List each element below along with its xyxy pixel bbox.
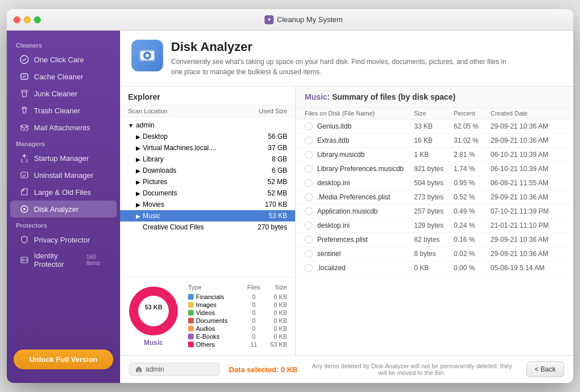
- minimize-button[interactable]: [24, 16, 31, 23]
- sidebar-item-trash-cleaner[interactable]: Trash Cleaner: [10, 102, 117, 119]
- file-size: 1 KB: [414, 151, 454, 159]
- one-click-label: One Click Care: [34, 56, 84, 64]
- privacy-protector-label: Privacy Protector: [34, 236, 90, 244]
- disk-icon: [19, 204, 29, 214]
- tree-documents-label: Documents: [143, 189, 248, 197]
- data-selected-value: 0 KB: [281, 365, 298, 374]
- file-circle: [305, 179, 313, 187]
- tree-item-documents[interactable]: ▶ Documents 52 MB: [120, 188, 295, 199]
- sidebar-item-junk-cleaner[interactable]: Junk Cleaner: [10, 85, 117, 102]
- root-arrow: ▼: [128, 122, 134, 129]
- sidebar-item-cache-cleaner[interactable]: Cache Cleaner: [10, 68, 117, 85]
- legend-row-videos: Videos 0 0 KB: [188, 309, 287, 317]
- tree-item-desktop[interactable]: ▶ Desktop 56 GB: [120, 131, 295, 142]
- details-row[interactable]: sentinel 8 bytes 0.02 % 29-09-21 10:36 A…: [296, 247, 573, 261]
- sidebar-item-mail-attachments[interactable]: Mail Attachments: [10, 119, 117, 136]
- file-name: .Media Preferences.plist: [317, 193, 414, 201]
- file-percent: 2.81 %: [454, 151, 491, 159]
- col-percent: Percent: [454, 110, 491, 117]
- legend-files-header: Files: [245, 284, 262, 291]
- file-percent: 0.52 %: [454, 193, 491, 201]
- tree-item-creative-cloud[interactable]: ▶ Creative Cloud Files 270 bytes: [120, 221, 295, 233]
- explorer-tree: ▼ admin ▶ Desktop 56 GB ▶ Virtual Machin…: [120, 117, 295, 276]
- file-size: 82 bytes: [414, 236, 454, 244]
- details-row[interactable]: Genius.itdb 33 KB 62.05 % 29-09-21 10:36…: [296, 120, 573, 134]
- documents-color: [188, 318, 194, 323]
- sidebar: Cleaners One Click Care Cache Cleaner Ju…: [7, 31, 120, 383]
- details-row[interactable]: Extras.itdb 16 KB 31.02 % 29-09-21 10:36…: [296, 134, 573, 148]
- svg-point-8: [23, 208, 25, 210]
- file-date: 06-10-21 10:39 AM: [491, 151, 564, 159]
- svg-rect-1: [21, 74, 28, 79]
- legend-row-others: Others 11 53 KB: [188, 340, 287, 348]
- file-size: 273 bytes: [414, 193, 454, 201]
- trash-cleaner-label: Trash Cleaner: [34, 106, 80, 115]
- sidebar-item-disk-analyzer[interactable]: Disk Analyzer: [10, 201, 117, 218]
- details-row[interactable]: .Media Preferences.plist 273 bytes 0.52 …: [296, 190, 573, 204]
- file-name: desktop.ini: [317, 221, 414, 229]
- sidebar-item-one-click-care[interactable]: One Click Care: [10, 51, 117, 68]
- details-row[interactable]: Library.musicdb 1 KB 2.81 % 06-10-21 10:…: [296, 148, 573, 162]
- file-percent: 31.02 %: [454, 137, 491, 144]
- breadcrumb[interactable]: admin: [129, 363, 220, 376]
- back-button[interactable]: < Back: [526, 361, 564, 377]
- tree-item-vms[interactable]: ▶ Virtual Machines.local.... 37 GB: [120, 142, 295, 154]
- tree-item-library[interactable]: ▶ Library 8 GB: [120, 154, 295, 165]
- identity-protector-label: Identity Protector: [34, 252, 82, 269]
- tree-item-music[interactable]: ▶ Music 53 KB: [120, 210, 295, 221]
- tree-vms-label: Virtual Machines.local....: [143, 144, 248, 152]
- sidebar-item-large-old-files[interactable]: Large & Old Files: [10, 184, 117, 201]
- sidebar-item-identity-protector[interactable]: Identity Protector 160 Items: [10, 248, 117, 272]
- music-arrow: ▶: [136, 213, 140, 219]
- file-circle: [305, 236, 313, 244]
- file-percent: 0.95 %: [454, 179, 491, 187]
- details-title-colored: Music:: [305, 92, 330, 101]
- details-row[interactable]: .localized 0 KB 0.00 % 05-06-19 5:14 AM: [296, 261, 573, 275]
- data-selected-label: Data selected:: [229, 365, 279, 374]
- file-size: 921 bytes: [414, 165, 454, 173]
- close-button[interactable]: [14, 16, 20, 23]
- details-header: Music: Summary of files (by disk space): [296, 87, 573, 108]
- file-circle: [305, 207, 313, 215]
- file-percent: 62.05 %: [454, 122, 491, 130]
- financials-files: 0: [245, 293, 262, 300]
- financials-color: [188, 294, 194, 300]
- tree-item-movies[interactable]: ▶ Movies 170 KB: [120, 199, 295, 210]
- file-name: sentinel: [317, 250, 414, 258]
- documents-type: Documents: [196, 317, 243, 324]
- details-row[interactable]: Application.musicdb 257 bytes 0.49 % 07-…: [296, 204, 573, 219]
- tree-item-pictures[interactable]: ▶ Pictures 52 MB: [120, 176, 295, 188]
- disk-analyzer-label: Disk Analyzer: [34, 205, 79, 214]
- file-circle: [305, 221, 313, 229]
- tree-cc-label: Creative Cloud Files: [143, 223, 248, 231]
- downloads-arrow: ▶: [136, 168, 140, 174]
- sidebar-item-privacy-protector[interactable]: Privacy Protector: [10, 231, 117, 248]
- tree-item-downloads[interactable]: ▶ Downloads 6 GB: [120, 165, 295, 176]
- traffic-lights: [14, 16, 41, 23]
- maximize-button[interactable]: [34, 16, 41, 23]
- file-name: Extras.itdb: [317, 137, 414, 144]
- file-size: 0 KB: [414, 264, 454, 272]
- videos-size: 0 KB: [265, 309, 287, 316]
- videos-color: [188, 310, 194, 316]
- col-scan-location: Scan Location: [128, 108, 248, 114]
- col-size: Size: [414, 110, 454, 117]
- cache-icon: [19, 71, 29, 82]
- details-title-plain: Summary of files (by disk space): [332, 92, 455, 101]
- details-row[interactable]: desktop.ini 504 bytes 0.95 % 06-08-21 11…: [296, 176, 573, 190]
- ebooks-type: E-Books: [196, 333, 243, 340]
- unlock-full-version-button[interactable]: Unlock Full Version: [14, 350, 113, 369]
- details-row[interactable]: desktop.ini 129 bytes 0.24 % 21-01-21 11…: [296, 219, 573, 233]
- svg-point-16: [146, 54, 149, 57]
- sidebar-item-startup-manager[interactable]: Startup Manager: [10, 150, 117, 167]
- sidebar-item-uninstall-manager[interactable]: Uninstall Manager: [10, 167, 117, 184]
- images-type: Images: [196, 301, 243, 308]
- details-row[interactable]: Library Preferences.musicdb 921 bytes 1.…: [296, 162, 573, 176]
- file-percent: 0.24 %: [454, 221, 491, 229]
- explorer-details: Explorer Scan Location Used Size ▼ admin…: [120, 87, 573, 355]
- details-row[interactable]: Preferences.plist 82 bytes 0.16 % 29-09-…: [296, 233, 573, 247]
- ebooks-color: [188, 334, 194, 339]
- tree-root[interactable]: ▼ admin: [120, 120, 295, 131]
- col-used-size: Used Size: [248, 108, 287, 114]
- images-files: 0: [245, 301, 262, 308]
